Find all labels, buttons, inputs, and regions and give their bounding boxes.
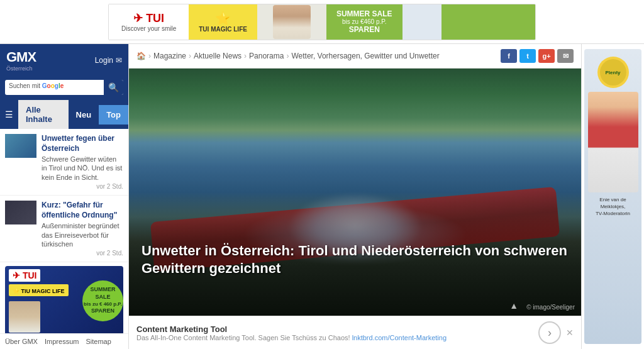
- breadcrumb-sep: ›: [148, 52, 151, 60]
- gmx-logo-area: GMX Österreich: [6, 49, 36, 72]
- home-icon[interactable]: 🏠: [136, 52, 146, 60]
- top-banner: ✈ TUI Discover your smile ⭐ TUI MAGIC LI…: [0, 0, 644, 44]
- sidebar: GMX Österreich Login ✉ Suchen mit Google…: [0, 44, 129, 349]
- breadcrumb-sep: ›: [244, 52, 247, 60]
- news-thumbnail: [5, 134, 36, 158]
- footer-link-impressum[interactable]: Impressum: [45, 338, 79, 345]
- footer-link-ueber[interactable]: Über GMX: [5, 338, 38, 345]
- news-text: Kurz: "Gefahr für öffentliche Ordnung" A…: [42, 201, 123, 257]
- page-wrapper: ✈ TUI Discover your smile ⭐ TUI MAGIC LI…: [0, 0, 644, 349]
- news-list: Unwetter fegen über Österreich Schwere G…: [0, 129, 128, 333]
- news-title: Unwetter fegen über Österreich: [42, 134, 123, 153]
- news-item[interactable]: Kurz: "Gefahr für öffentliche Ordnung" A…: [0, 196, 128, 262]
- breadcrumb-current: Wetter, Vorhersagen, Gewitter und Unwett…: [291, 52, 439, 60]
- breadcrumb-panorama[interactable]: Panorama: [249, 52, 284, 60]
- main-row: GMX Österreich Login ✉ Suchen mit Google…: [0, 44, 644, 349]
- facebook-button[interactable]: f: [501, 49, 517, 63]
- news-time: vor 2 Std.: [42, 250, 123, 257]
- nav-all-inhalte[interactable]: Alle Inhalte: [18, 100, 69, 129]
- tui-magic-label: TUI MAGIC LIFE: [199, 26, 247, 33]
- sale-badge: SUMMER SALE bis zu € 460 p.P. SPAREN: [82, 280, 123, 321]
- article-hero: Unwetter in Österreich: Tirol und Nieder…: [129, 69, 581, 316]
- hamburger-icon[interactable]: ☰: [0, 106, 18, 123]
- article-title: Unwetter in Österreich: Tirol und Nieder…: [142, 242, 569, 278]
- search-input[interactable]: [66, 80, 104, 95]
- plenty-logo: Plenty: [605, 70, 620, 75]
- login-label[interactable]: Login: [95, 56, 113, 65]
- sidebar-tui-ad[interactable]: ✈ TUI ⭐ TIU MAGIC LIFE SUMMER SALE bis z…: [5, 266, 123, 333]
- news-item[interactable]: Unwetter fegen über Österreich Schwere G…: [0, 129, 128, 196]
- social-icons: f t g+ ✉: [501, 49, 574, 63]
- nav-neu[interactable]: Neu: [69, 105, 99, 125]
- email-share-button[interactable]: ✉: [557, 49, 574, 63]
- right-ad: Plenty Enie van de Meiklokjes, TV-Modera…: [581, 44, 644, 349]
- breadcrumb-sep: ›: [286, 52, 289, 60]
- scroll-button[interactable]: ▲: [509, 301, 518, 311]
- news-text: Unwetter fegen über Österreich Schwere G…: [42, 134, 123, 190]
- news-desc: Außenminister begründet das Einreiseverb…: [42, 221, 123, 248]
- right-ad-inner[interactable]: Plenty Enie van de Meiklokjes, TV-Modera…: [584, 49, 641, 344]
- breadcrumb: 🏠 › Magazine › Aktuelle News › Panorama …: [136, 52, 440, 60]
- tui-sub: Discover your smile: [121, 25, 176, 32]
- login-area[interactable]: Login ✉: [95, 56, 122, 65]
- content-bar-desc: Das All-In-One Content Marketing Tool. S…: [136, 334, 538, 341]
- footer-link-sitemap[interactable]: Sitemap: [86, 338, 111, 345]
- sale-cta: SPAREN: [349, 25, 380, 34]
- sale-label: SUMMER SALE: [336, 9, 392, 18]
- sidebar-ad-inner: ✈ TUI ⭐ TIU MAGIC LIFE SUMMER SALE bis z…: [5, 266, 123, 333]
- nav-tabs: ☰ Alle Inhalte Neu Top: [0, 100, 128, 129]
- breadcrumb-sep: ›: [189, 52, 191, 60]
- sale-sub: bis zu €460 p.P.: [342, 18, 386, 25]
- breadcrumb-magazine[interactable]: Magazine: [153, 52, 186, 60]
- image-credit: © imago/Seeliger: [526, 304, 575, 311]
- content-bar-text: Content Marketing Tool Das All-In-One Co…: [136, 324, 538, 341]
- news-time: vor 2 Std.: [42, 183, 123, 190]
- tui-logo: ✈ TUI: [133, 11, 164, 25]
- hero-overlay: [129, 69, 581, 316]
- sidebar-header: GMX Österreich Login ✉: [0, 44, 128, 77]
- breadcrumb-aktuelle[interactable]: Aktuelle News: [194, 52, 242, 60]
- mail-icon: ✉: [116, 56, 122, 65]
- gmx-logo: GMX: [6, 49, 36, 65]
- content-bar-title: Content Marketing Tool: [136, 324, 538, 334]
- search-bar: Suchen mit Google 🔍: [0, 77, 128, 100]
- news-thumbnail: [5, 201, 36, 224]
- ad-person-name: Enie van de Meiklokjes,: [587, 196, 639, 210]
- search-prefix: Suchen mit Google: [5, 80, 66, 95]
- ad-person-image: [588, 92, 638, 192]
- main-content: 🏠 › Magazine › Aktuelle News › Panorama …: [129, 44, 581, 349]
- nav-top[interactable]: Top: [99, 105, 128, 125]
- search-wrap: Suchen mit Google 🔍: [5, 80, 123, 95]
- content-bar-arrow-btn[interactable]: ›: [538, 321, 561, 344]
- tui-magic-star: ⭐: [215, 11, 231, 26]
- news-desc: Schwere Gewitter wüten in Tirol und NÖ. …: [42, 155, 123, 182]
- banner-model-figure: [273, 5, 311, 39]
- content-marketing-bar: Content Marketing Tool Das All-In-One Co…: [129, 316, 581, 349]
- tui-ad-banner[interactable]: ✈ TUI Discover your smile ⭐ TUI MAGIC LI…: [108, 4, 536, 40]
- breadcrumb-bar: 🏠 › Magazine › Aktuelle News › Panorama …: [129, 44, 581, 69]
- twitter-button[interactable]: t: [519, 49, 536, 63]
- content-bar-link[interactable]: lnktbrd.com/Content-Marketing: [352, 334, 447, 341]
- search-button[interactable]: 🔍: [104, 80, 123, 95]
- googleplus-button[interactable]: g+: [538, 49, 555, 63]
- ad-person-title: TV-Moderatorin: [596, 210, 630, 217]
- gmx-region: Österreich: [6, 65, 36, 72]
- sidebar-footer: Über GMX Impressum Sitemap: [0, 333, 128, 349]
- content-bar-close-btn[interactable]: ✕: [566, 328, 574, 338]
- news-title: Kurz: "Gefahr für öffentliche Ordnung": [42, 201, 123, 220]
